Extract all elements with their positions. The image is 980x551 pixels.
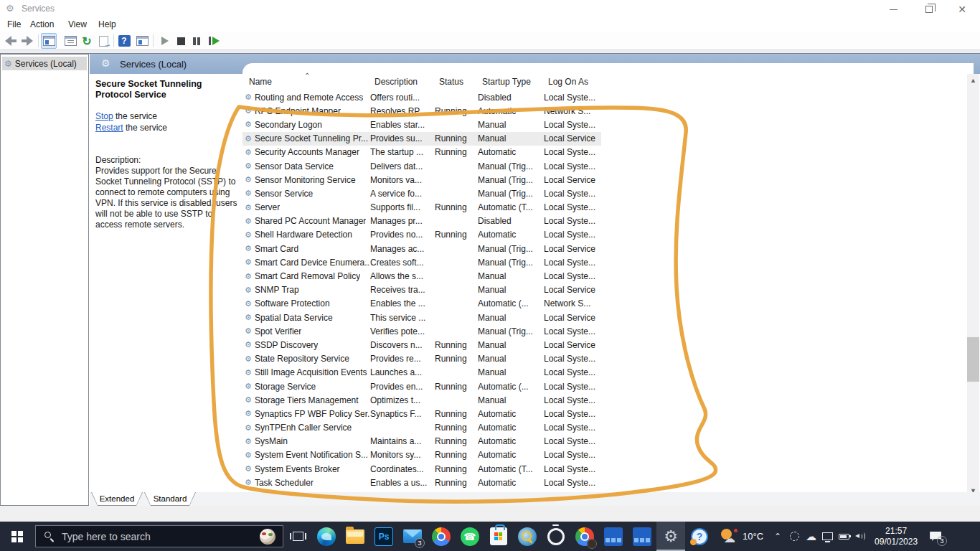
menu-file[interactable]: File bbox=[7, 19, 21, 29]
taskbar-qgis-icon[interactable] bbox=[513, 522, 542, 551]
minimize-button[interactable] bbox=[877, 0, 910, 19]
start-service-icon[interactable] bbox=[157, 33, 173, 49]
volume-tray-icon[interactable] bbox=[852, 522, 869, 551]
forward-icon[interactable] bbox=[19, 33, 35, 49]
table-row[interactable]: ⚙Task SchedulerEnables a us...RunningAut… bbox=[242, 476, 601, 489]
restart-link[interactable]: Restart bbox=[95, 123, 123, 133]
taskbar-photoshop-icon[interactable]: Ps bbox=[369, 522, 398, 551]
display-tray-icon[interactable] bbox=[819, 522, 836, 551]
taskbar-file-explorer-icon[interactable] bbox=[341, 522, 369, 551]
table-row[interactable]: ⚙ServerSupports fil...RunningAutomatic (… bbox=[242, 201, 601, 215]
refresh-icon[interactable]: ↻ bbox=[79, 33, 95, 49]
service-gear-icon: ⚙ bbox=[245, 120, 252, 129]
table-row[interactable]: ⚙Sensor Monitoring ServiceMonitors va...… bbox=[242, 173, 601, 187]
column-header-log-on-as[interactable]: Log On As bbox=[548, 77, 588, 87]
column-header-name[interactable]: Name bbox=[249, 77, 272, 87]
service-status: Running bbox=[435, 133, 478, 143]
table-row[interactable]: ⚙Sensor Data ServiceDelivers dat...Manua… bbox=[242, 159, 601, 173]
table-row[interactable]: ⚙Secondary LogonEnables star...ManualLoc… bbox=[242, 118, 601, 131]
taskbar-whatsapp-icon[interactable]: ☎ bbox=[456, 522, 484, 551]
clock[interactable]: 21:57 09/01/2023 bbox=[869, 526, 923, 547]
table-row[interactable]: ⚙SysMainMaintains a...RunningAutomaticLo… bbox=[242, 435, 601, 448]
table-row[interactable]: ⚙Synaptics FP WBF Policy Ser...Synaptics… bbox=[242, 407, 601, 420]
table-row[interactable]: ⚙Smart CardManages ac...Manual (Trig...L… bbox=[242, 242, 601, 255]
taskbar-blue-app-window-2-icon[interactable] bbox=[628, 522, 656, 551]
pause-service-icon[interactable] bbox=[189, 33, 204, 49]
column-header-status[interactable]: Status bbox=[439, 77, 463, 87]
taskbar-edge-icon[interactable] bbox=[312, 522, 341, 551]
table-row[interactable]: ⚙Smart Card Device Enumera...Creates sof… bbox=[242, 255, 601, 269]
vertical-scrollbar[interactable]: ▲ ▼ bbox=[967, 74, 979, 496]
help-icon[interactable]: ? bbox=[116, 33, 132, 49]
screen-snip-tray-icon[interactable] bbox=[786, 522, 803, 551]
table-row[interactable]: ⚙Spot VerifierVerifies pote...Manual (Tr… bbox=[242, 324, 601, 338]
table-row[interactable]: ⚙Secure Socket Tunneling Pr...Provides s… bbox=[242, 132, 601, 146]
taskbar-insta360-icon[interactable] bbox=[542, 522, 570, 551]
tree-item-services-local[interactable]: ⚙ Services (Local) bbox=[2, 57, 87, 70]
menu-view[interactable]: View bbox=[68, 19, 87, 29]
table-row[interactable]: ⚙Spatial Data ServiceThis service ...Man… bbox=[242, 311, 601, 324]
notification-center-icon[interactable]: 3 bbox=[923, 522, 948, 551]
tab-extended[interactable]: Extended bbox=[91, 492, 143, 506]
battery-tray-icon[interactable] bbox=[836, 522, 852, 551]
menu-action[interactable]: Action bbox=[30, 19, 54, 29]
service-startup-type: Disabled bbox=[478, 93, 544, 103]
table-row[interactable]: ⚙System Event Notification S...Monitors … bbox=[242, 448, 601, 462]
taskbar-blue-app-window-1-icon[interactable] bbox=[599, 522, 628, 551]
table-row[interactable]: ⚙Sensor ServiceA service fo...Manual (Tr… bbox=[242, 187, 601, 200]
table-row[interactable]: ⚙Smart Card Removal PolicyAllows the s..… bbox=[242, 269, 601, 283]
table-row[interactable]: ⚙System Events BrokerCoordinates...Runni… bbox=[242, 462, 601, 476]
scroll-up-icon[interactable]: ▲ bbox=[967, 74, 979, 86]
taskbar-microsoft-store-icon[interactable] bbox=[484, 522, 513, 551]
service-description: Provides su... bbox=[370, 133, 435, 143]
taskbar-services-icon[interactable]: ⚙ bbox=[656, 522, 685, 551]
tab-standard[interactable]: Standard bbox=[144, 492, 196, 506]
table-row[interactable]: ⚙Storage Tiers ManagementOptimizes t...M… bbox=[242, 393, 601, 407]
show-action-pane-icon[interactable] bbox=[134, 33, 150, 49]
table-row[interactable]: ⚙Storage ServiceProvides en...RunningAut… bbox=[242, 380, 601, 393]
table-row[interactable]: ⚙State Repository ServiceProvides re...R… bbox=[242, 352, 601, 366]
windows-logo-icon bbox=[11, 531, 23, 542]
close-button[interactable]: ✕ bbox=[946, 0, 979, 19]
tray-chevron-up-icon[interactable]: ⌃ bbox=[769, 532, 786, 542]
table-row[interactable]: ⚙Software ProtectionEnables the ...Autom… bbox=[242, 297, 601, 311]
table-row[interactable]: ⚙RPC Endpoint MapperResolves RP...Runnin… bbox=[242, 104, 601, 118]
table-row[interactable]: ⚙SNMP TrapReceives tra...ManualLocal Ser… bbox=[242, 283, 601, 297]
service-description: Supports fil... bbox=[370, 202, 435, 212]
table-row[interactable]: ⚙Shared PC Account ManagerManages pr...D… bbox=[242, 215, 601, 228]
table-row[interactable]: ⚙SynTPEnh Caller ServiceRunningAutomatic… bbox=[242, 421, 601, 435]
search-box[interactable]: Type here to search bbox=[35, 525, 283, 547]
taskbar-get-help-icon[interactable]: ? bbox=[685, 522, 714, 551]
properties-icon[interactable] bbox=[62, 33, 78, 49]
weather-widget[interactable]: ☁ 10°C bbox=[714, 522, 769, 551]
stop-service-icon[interactable] bbox=[173, 33, 189, 49]
scrollbar-thumb[interactable] bbox=[967, 337, 979, 382]
service-log-on-as: Network S... bbox=[544, 106, 601, 116]
table-row[interactable]: ⚙Shell Hardware DetectionProvides no...R… bbox=[242, 228, 601, 242]
table-row[interactable]: ⚙Routing and Remote AccessOffers routi..… bbox=[242, 90, 601, 104]
service-description: Verifies pote... bbox=[370, 326, 435, 336]
restart-service-icon[interactable] bbox=[206, 33, 222, 49]
column-header-startup-type[interactable]: Startup Type bbox=[482, 77, 531, 87]
taskbar-chrome-profile-icon[interactable] bbox=[570, 522, 599, 551]
restore-button[interactable] bbox=[913, 0, 946, 19]
service-startup-type: Automatic bbox=[478, 478, 544, 488]
taskbar-mail-icon[interactable]: 3 bbox=[398, 522, 427, 551]
menu-help[interactable]: Help bbox=[98, 19, 116, 29]
table-row[interactable]: ⚙SSDP DiscoveryDiscovers n...RunningManu… bbox=[242, 338, 601, 352]
service-name: ⚙Smart Card Removal Policy bbox=[242, 271, 370, 281]
show-console-tree-icon[interactable] bbox=[41, 33, 57, 49]
table-row[interactable]: ⚙Security Accounts ManagerThe startup ..… bbox=[242, 146, 601, 159]
stop-link[interactable]: Stop bbox=[95, 111, 113, 121]
taskbar-chrome-icon[interactable] bbox=[427, 522, 456, 551]
service-log-on-as: Local Syste... bbox=[544, 478, 601, 488]
start-button[interactable] bbox=[0, 522, 34, 551]
task-view-icon[interactable] bbox=[283, 522, 312, 551]
service-startup-type: Manual (Trig... bbox=[478, 326, 544, 336]
column-header-description[interactable]: Description bbox=[374, 77, 418, 87]
table-row[interactable]: ⚙Still Image Acquisition EventsLaunches … bbox=[242, 366, 601, 380]
service-status: Running bbox=[435, 382, 478, 392]
export-list-icon[interactable] bbox=[95, 33, 111, 49]
onedrive-tray-icon[interactable]: ☁ bbox=[803, 522, 819, 551]
back-icon[interactable] bbox=[3, 33, 19, 49]
